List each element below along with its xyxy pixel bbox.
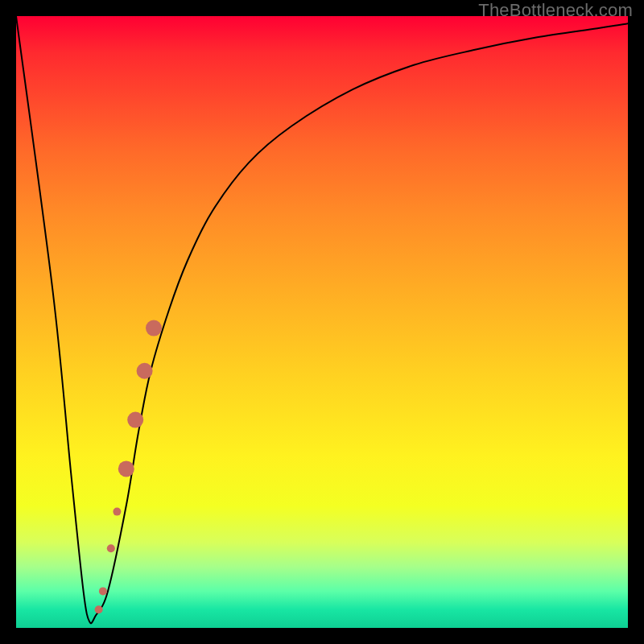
curve-layer — [16, 16, 628, 628]
data-marker — [107, 544, 115, 552]
chart-frame: TheBottleneck.com — [0, 0, 644, 644]
data-marker — [146, 320, 162, 336]
data-marker — [137, 363, 153, 379]
data-marker — [118, 460, 134, 477]
bottleneck-curve — [16, 16, 628, 623]
data-marker — [99, 587, 107, 595]
data-marker — [95, 605, 103, 613]
data-marker — [113, 508, 121, 516]
data-marker — [127, 412, 143, 428]
plot-area — [16, 16, 628, 628]
